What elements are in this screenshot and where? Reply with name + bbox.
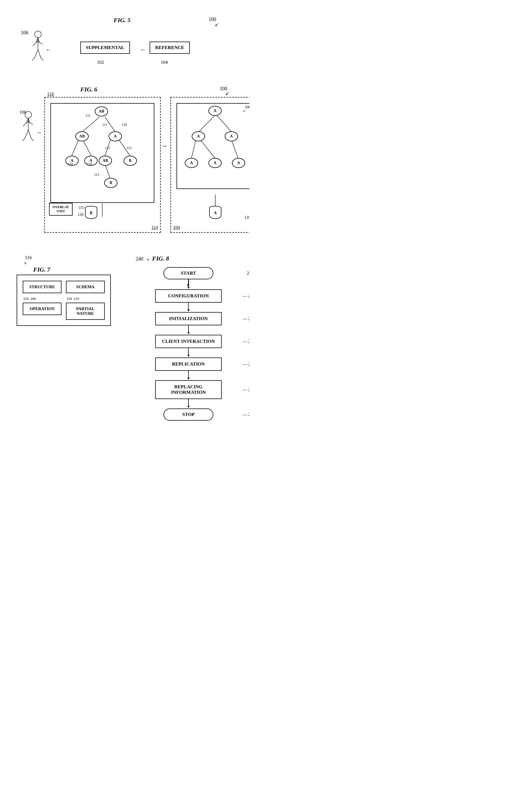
fig8-ref244-val: 244 [248,293,249,298]
fig6-label115: 115 [78,206,84,210]
fig8-ref248: — 248 [243,339,249,344]
fig8-arrow240: ↘ [146,257,149,262]
svg-line-17 [31,138,34,141]
fig6-cyl-a: A [209,206,222,219]
fig6-node-ab-left: AB [75,131,89,141]
fig6-cyl-b: B [85,206,97,219]
fig8-start-item: START 242 [136,267,241,279]
fig5-supplemental-label: SUPPLEMENTAL [80,42,130,54]
fig5-section: 100 ↙ FIG. 5 [17,17,233,78]
svg-line-13 [28,121,33,125]
fig7-container: 116 ↘ FIG. 7 STRUCTURE 220 200 SCHEMA 23… [17,255,116,326]
svg-line-23 [83,140,91,156]
fig6-arrow100: ↙ [225,90,229,96]
fig6-node-ab-top: AB [95,107,108,116]
fig7-arrow116: ↘ [23,261,116,265]
fig8-ref242: 242 [247,271,249,276]
fig8-replication-item: REPLICATION — 250 [136,358,241,371]
fig6-label114: 114 [152,225,158,230]
fig8-arrow1: ▼ [188,279,189,288]
svg-line-22 [72,140,79,156]
fig8-ref254-val: 254 [248,412,249,417]
fig8-init-item: INITIALIZATION — 246 [136,312,241,325]
fig7-label200: 200 [31,297,36,301]
svg-line-26 [105,164,111,180]
fig8-start-oval: START [164,267,213,279]
svg-line-18 [26,118,28,123]
svg-line-3 [38,41,43,44]
fig6-node-b-bottom: B [104,178,117,188]
fig6-person [21,111,36,145]
fig8-ref244: — 244 [243,293,249,299]
fig8-ref250-val: 250 [248,362,249,366]
fig6-node-ab-bottom: AB [99,156,112,166]
fig7-box: STRUCTURE 220 200 SCHEMA 230 210 OPERATI… [17,275,111,326]
svg-line-32 [231,140,238,158]
fig8-stop-oval: STOP [164,408,213,421]
fig7-structure-cell-wrapper: STRUCTURE 220 200 [23,281,61,293]
fig8-arrow5: ▼ [188,371,189,379]
fig5-person [31,31,46,65]
fig7-title: FIG. 7 [33,266,116,273]
fig7-schema-cell: SCHEMA [66,281,105,293]
fig7-partial-nature-cell: PARTIAL NATURE [66,303,105,320]
svg-line-29 [217,116,231,131]
fig7-structure-cell: STRUCTURE [23,281,61,293]
fig6-right-a-bot-mid: A [208,158,222,168]
fig6-label112-2: 112 [94,172,99,177]
fig6-left-dashed-box: 116 [44,97,161,233]
fig8-init-box: INITIALIZATION [155,312,222,325]
fig8-ref250: — 250 [243,362,249,367]
fig5-title: FIG. 5 [114,17,131,24]
fig6-right-dashed-box: A A A A A A 108 ↙ [170,97,249,233]
fig6-label110: 110 [245,215,249,220]
fig6-right-inner-box: A A A A A A 108 ↙ [176,103,249,189]
fig6-right-a-bot-right: A [232,158,245,168]
svg-line-7 [41,58,43,60]
fig8-flowchart: START 242 ▼ CONFIGURATION — 244 ▼ INITIA… [136,267,241,421]
fig6-cyl-a-label: A [214,211,217,215]
fig6-node-a-center: A [109,131,122,141]
fig5-arrow-left: ← [46,46,51,53]
fig8-title: FIG. 8 [152,255,169,262]
fig6-center-double-arrow: ↔ [162,143,168,149]
fig8-replication-box: REPLICATION [155,358,222,371]
fig8-ref252: — 252 [243,387,249,392]
fig6-label118-1: 118 [122,122,127,127]
fig6-arrow108: ↙ [243,109,246,113]
fig6-label118-2: 118 [68,162,73,166]
fig5-arrow-right: ← [140,46,146,53]
fig8-client-box: CLIENT INTERACTION [155,335,222,348]
page: 100 ↙ FIG. 5 [0,0,249,460]
fig6-label111-1: 111 [86,113,91,118]
fig6-person-label: 106 [19,110,26,115]
fig8-stop-item: STOP — 254 [136,408,241,421]
fig8-config-box: CONFIGURATION [155,289,222,303]
fig7-partial-nature-cell-wrapper: PARTIAL NATURE [66,303,105,320]
fig6-right-tree-svg [177,104,249,190]
svg-line-6 [32,58,34,60]
fig6-overlay-unit-label: OVERLAY UNIT [53,205,69,213]
fig6-label118-3: 118 [87,162,92,166]
svg-line-16 [22,138,25,141]
fig7-label220: 220 [23,297,29,301]
fig6-overlay-unit-box: OVERLAY UNIT [49,203,73,216]
fig5-reference-box: REFERENCE [150,42,190,54]
fig7-label116: 116 [25,255,116,261]
svg-line-20 [83,117,99,131]
svg-line-30 [191,140,196,158]
fig5-person-label: 106 [21,30,28,36]
fig6-label112-1: 112 [126,146,132,150]
fig8-arrow2: ▼ [188,303,189,310]
fig6-right-a-top: A [208,106,222,116]
fig7-8-section: 116 ↘ FIG. 7 STRUCTURE 220 200 SCHEMA 23… [17,255,233,449]
svg-line-4 [34,50,38,58]
svg-line-2 [33,41,38,46]
fig8-container: 240 ↘ FIG. 8 START 242 ▼ CONFIGURATION —… [136,255,241,421]
fig8-arrow6: ▼ [188,399,189,407]
fig6-cyl-b-label: B [90,211,92,215]
fig6-label111-2: 111 [102,122,108,127]
fig5-label104: 104 [161,60,168,65]
fig6-section: FIG. 6 100 ↙ 106 ↔ 116 [17,86,233,247]
fig8-ref254: — 254 [243,412,249,417]
